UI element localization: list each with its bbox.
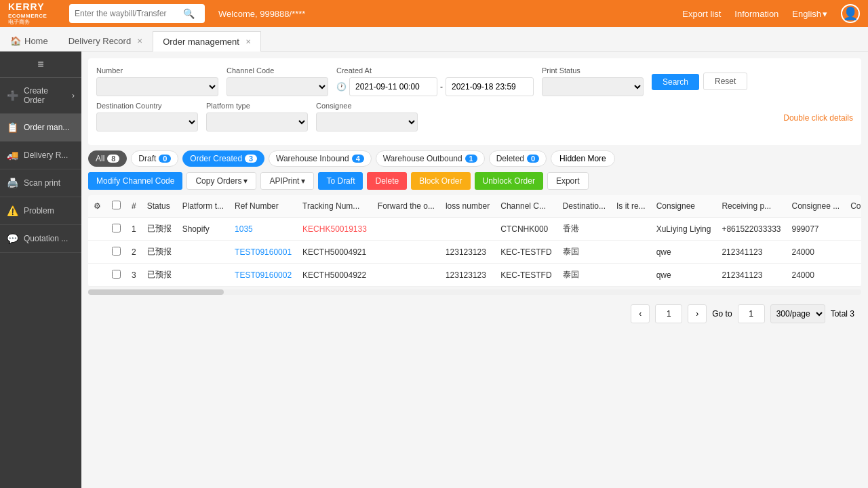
ref-number-link[interactable]: 1035 — [235, 224, 253, 234]
filter-tab-warehouse-inbound[interactable]: Warehouse Inbound 4 — [269, 150, 372, 167]
unblock-order-button[interactable]: Unblock Order — [475, 172, 543, 190]
sidebar-item-create-order[interactable]: ➕ Create Order › — [0, 78, 81, 114]
col-destination: Destinatio... — [557, 195, 611, 218]
export-button[interactable]: Export — [547, 172, 589, 190]
logo-sub: ECOMMERCE — [8, 13, 62, 20]
warehouse-inbound-count-badge: 4 — [352, 155, 364, 163]
col-consignee: Consignee — [651, 195, 717, 218]
row-select-checkbox[interactable] — [112, 224, 121, 232]
date-separator: - — [440, 82, 443, 92]
language-selector[interactable]: English ▾ — [792, 9, 827, 19]
reset-button[interactable]: Reset — [703, 73, 747, 90]
row-checkbox[interactable] — [106, 264, 126, 287]
row-loss: 123123123 — [440, 264, 495, 287]
hint-area: Double click details — [426, 110, 853, 123]
modify-channel-code-button[interactable]: Modify Channel Code — [88, 172, 182, 190]
ref-number-link[interactable]: TEST09160001 — [235, 247, 292, 257]
consignee-select[interactable] — [316, 113, 418, 131]
tab-order-management[interactable]: Order management ✕ — [153, 31, 261, 52]
copy-orders-arrow-icon: ▾ — [243, 176, 248, 186]
col-ref-number: Ref Number — [229, 195, 297, 218]
sidebar-item-problem[interactable]: ⚠️ Problem — [0, 197, 81, 225]
horizontal-scrollbar[interactable] — [88, 289, 861, 295]
ref-number-link[interactable]: TEST09160002 — [235, 270, 292, 280]
sidebar-item-scan-print[interactable]: 🖨️ Scan print — [0, 169, 81, 197]
user-avatar-icon[interactable]: 👤 — [841, 4, 860, 23]
prev-page-button[interactable]: ‹ — [631, 304, 650, 323]
filter-section: Number Channel Code Created At 🕐 — [88, 58, 861, 145]
tab-delivery-record[interactable]: Delivery Record ✕ — [58, 30, 153, 51]
col-settings[interactable]: ⚙ — [88, 195, 106, 218]
col-consignee2: Consignee ... — [786, 195, 845, 218]
row-destination: 泰国 — [557, 241, 611, 264]
next-page-button[interactable]: › — [688, 304, 707, 323]
select-all-checkbox[interactable] — [112, 201, 121, 209]
clock-icon: 🕐 — [336, 82, 347, 92]
number-label: Number — [96, 66, 218, 75]
tab-delivery-close-icon[interactable]: ✕ — [137, 37, 142, 45]
delete-button[interactable]: Delete — [367, 172, 407, 190]
destination-country-label: Destination Country — [96, 102, 198, 110]
row-consignee2: 24000 — [786, 241, 845, 264]
hidden-more-button[interactable]: Hidden More — [551, 150, 615, 167]
filter-tab-all[interactable]: All 8 — [88, 150, 127, 167]
go-to-page-input[interactable] — [738, 304, 765, 323]
number-select[interactable] — [96, 77, 218, 96]
search-button[interactable]: Search — [652, 74, 699, 90]
sidebar-toggle[interactable]: ≡ — [0, 52, 81, 78]
date-from-input[interactable] — [349, 77, 437, 96]
tab-home[interactable]: 🏠 Home — [0, 30, 58, 51]
row-select-checkbox[interactable] — [112, 270, 121, 279]
col-status: Status — [142, 195, 177, 218]
row-checkbox[interactable] — [106, 241, 126, 264]
search-input[interactable] — [75, 9, 183, 18]
sidebar-item-order-management[interactable]: 📋 Order man... — [0, 114, 81, 142]
search-icon[interactable]: 🔍 — [183, 8, 195, 19]
row-platform: Shopify — [177, 218, 229, 241]
page-size-select[interactable]: 300/page — [770, 304, 825, 323]
row-is-re — [611, 241, 651, 264]
tab-order-close-icon[interactable]: ✕ — [245, 38, 251, 45]
row-status: 已预报 — [142, 241, 177, 264]
row-ref-number[interactable]: TEST09160002 — [229, 264, 297, 287]
current-page-input[interactable] — [655, 304, 682, 323]
row-ref-number[interactable]: TEST09160001 — [229, 241, 297, 264]
table-row: 3 已预报 TEST09160002 KECTH50004922 1231231… — [88, 264, 861, 287]
copy-orders-button[interactable]: Copy Orders ▾ — [186, 172, 256, 190]
order-management-icon: 📋 — [7, 122, 18, 133]
platform-type-label: Platform type — [206, 102, 308, 110]
row-num: 3 — [126, 264, 142, 287]
export-list-link[interactable]: Export list — [682, 9, 721, 19]
scroll-thumb[interactable] — [88, 289, 224, 295]
filter-tab-order-created[interactable]: Order Created 3 — [182, 150, 264, 167]
search-bar[interactable]: 🔍 — [69, 4, 205, 23]
filter-group-platform: Platform type — [206, 102, 308, 131]
print-status-select[interactable] — [542, 77, 644, 96]
row-select-checkbox[interactable] — [112, 247, 121, 256]
filter-tab-deleted[interactable]: Deleted 0 — [489, 150, 547, 167]
platform-type-select[interactable] — [206, 113, 308, 131]
block-order-button[interactable]: Block Order — [411, 172, 470, 190]
row-ref-number[interactable]: 1035 — [229, 218, 297, 241]
destination-select[interactable] — [96, 113, 198, 131]
main-layout: ≡ ➕ Create Order › 📋 Order man... 🚚 Deli… — [0, 52, 868, 488]
chevron-right-icon: › — [72, 91, 75, 100]
row-checkbox[interactable] — [106, 218, 126, 241]
col-checkbox — [106, 195, 126, 218]
information-link[interactable]: Information — [734, 9, 778, 19]
sidebar-item-quotation[interactable]: 💬 Quotation ... — [0, 225, 81, 253]
quotation-icon: 💬 — [7, 233, 18, 244]
filter-tab-draft[interactable]: Draft 0 — [131, 150, 178, 167]
api-print-button[interactable]: APIPrint ▾ — [260, 172, 314, 190]
row-consignee: qwe — [651, 241, 717, 264]
settings-icon[interactable]: ⚙ — [94, 201, 101, 211]
col-forward: Forward the o... — [372, 195, 440, 218]
sidebar-item-delivery[interactable]: 🚚 Delivery R... — [0, 142, 81, 169]
table-header-row: ⚙ # Status Platform t... Ref Number Trac… — [88, 195, 861, 218]
date-to-input[interactable] — [446, 77, 534, 96]
row-platform — [177, 241, 229, 264]
to-draft-button[interactable]: To Draft — [318, 172, 363, 190]
row-receiving: 212341123 — [716, 264, 786, 287]
filter-tab-warehouse-outbound[interactable]: Warehouse Outbound 1 — [376, 150, 485, 167]
channel-code-select[interactable] — [226, 77, 328, 96]
